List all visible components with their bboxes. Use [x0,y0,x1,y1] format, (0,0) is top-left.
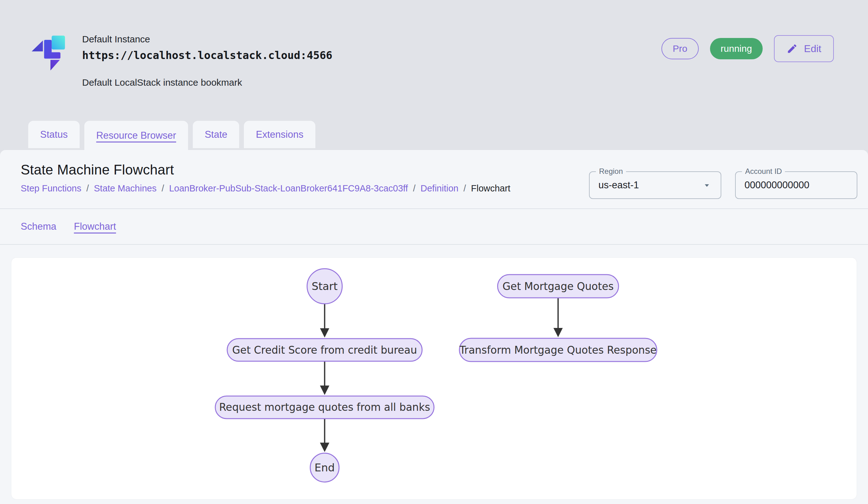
context-controls: Region us-east-1 Account ID [589,171,857,199]
title-block: State Machine Flowchart Step Functions /… [21,150,510,194]
status-badge: running [710,38,763,59]
flow-node-get-credit-score: Get Credit Score from credit bureau [227,339,422,361]
breadcrumb-separator: / [463,183,466,194]
flow-node-end: End [310,453,339,482]
pencil-icon [786,43,798,54]
flow-node-transform-response: Transform Mortgage Quotes Response [459,338,657,362]
breadcrumb-separator: / [86,183,89,194]
instance-url: https://localhost.localstack.cloud:4566 [82,49,332,61]
subtab-divider [0,244,868,245]
instance-description: Default LocalStack instance bookmark [82,77,332,88]
app-root: Default Instance https://localhost.local… [0,0,868,504]
flow-node-get-mortgage-quotes: Get Mortgage Quotes [497,275,619,298]
tab-state[interactable]: State [193,121,239,148]
pro-badge: Pro [661,38,699,59]
flow-node-get-mortgage-quotes-label: Get Mortgage Quotes [503,280,614,292]
flow-node-request-quotes: Request mortgage quotes from all banks [215,396,434,419]
instance-name: Default Instance [82,34,332,44]
breadcrumb-step-functions[interactable]: Step Functions [21,183,81,194]
breadcrumb-separator: / [413,183,415,194]
main-tabs: Status Resource Browser State Extensions [28,121,316,150]
page-title: State Machine Flowchart [21,150,510,178]
region-select[interactable]: Region us-east-1 [589,171,721,199]
edit-button[interactable]: Edit [774,35,834,62]
subtab-flowchart[interactable]: Flowchart [74,221,116,232]
instance-info: Default Instance https://localhost.local… [82,34,332,88]
breadcrumb: Step Functions / State Machines / LoanBr… [21,183,510,194]
breadcrumb-separator: / [162,183,164,194]
region-label: Region [596,167,626,176]
flow-node-transform-response-label: Transform Mortgage Quotes Response [459,344,657,356]
definition-subtabs: Schema Flowchart [0,209,868,244]
flow-node-start-label: Start [312,280,338,292]
chevron-down-icon [702,180,712,190]
tab-extensions[interactable]: Extensions [244,121,316,148]
header-actions: Pro running Edit [661,35,834,62]
flow-node-request-quotes-label: Request mortgage quotes from all banks [219,401,430,413]
breadcrumb-current: Flowchart [471,183,510,194]
flowchart-canvas: Start Get Credit Score from credit burea… [11,258,857,499]
flowchart-card: Start Get Credit Score from credit burea… [11,257,857,500]
region-value: us-east-1 [598,180,702,191]
account-id-label: Account ID [742,167,785,176]
flow-node-get-credit-score-label: Get Credit Score from credit bureau [232,344,417,356]
subtab-schema[interactable]: Schema [21,221,56,232]
edit-button-label: Edit [804,43,821,54]
tab-status[interactable]: Status [28,121,80,148]
breadcrumb-state-machines[interactable]: State Machines [94,183,157,194]
panel-header: State Machine Flowchart Step Functions /… [0,150,868,208]
localstack-logo [29,31,79,74]
breadcrumb-definition[interactable]: Definition [421,183,458,194]
resource-browser-panel: State Machine Flowchart Step Functions /… [0,150,868,504]
account-id-field: Account ID [735,171,857,199]
flow-node-end-label: End [314,461,335,474]
account-id-input[interactable] [736,172,857,198]
flow-node-start: Start [307,269,342,304]
tab-resource-browser[interactable]: Resource Browser [84,121,188,150]
breadcrumb-state-machine-name[interactable]: LoanBroker-PubSub-Stack-LoanBroker641FC9… [169,183,408,194]
